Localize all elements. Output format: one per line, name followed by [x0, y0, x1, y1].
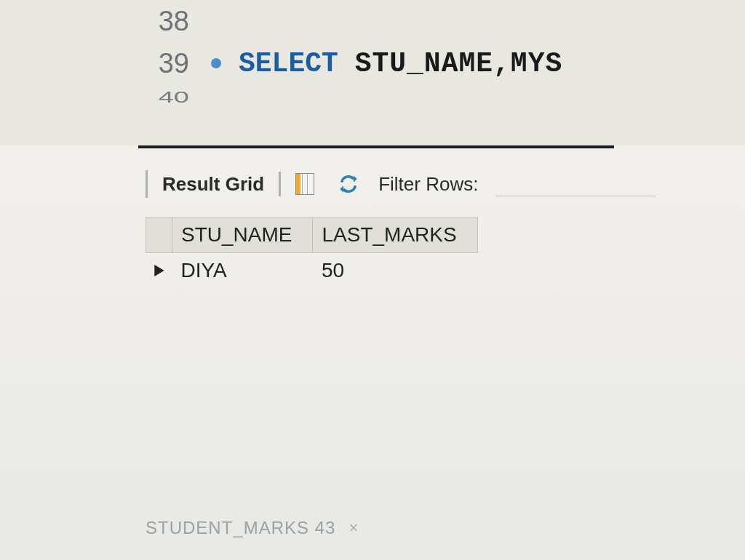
sql-editor[interactable]: 38 39 SELECT STU_NAME,MYS 40	[0, 0, 745, 145]
separator	[146, 170, 148, 198]
code-text: SELECT STU_NAME,MYS	[239, 48, 562, 79]
column-header-last-marks[interactable]: LAST_MARKS	[313, 217, 477, 253]
line-number: 40	[146, 88, 204, 107]
keyword-select: SELECT	[239, 48, 338, 79]
svg-marker-1	[340, 185, 343, 192]
svg-marker-0	[354, 175, 357, 182]
space	[338, 48, 355, 79]
result-grid-table[interactable]: STU_NAME LAST_MARKS DIYA 50	[146, 217, 478, 288]
separator	[279, 172, 281, 196]
code-line-38[interactable]: 38	[146, 0, 745, 42]
code-line-39[interactable]: 39 SELECT STU_NAME,MYS	[146, 42, 745, 84]
line-number: 38	[146, 6, 204, 37]
cell-last-marks[interactable]: 50	[313, 253, 477, 289]
table-header-row: STU_NAME LAST_MARKS	[146, 217, 478, 253]
tab-student-marks[interactable]: STUDENT_MARKS 43	[146, 518, 335, 538]
identifier: STU_NAME,MYS	[355, 48, 563, 79]
close-icon[interactable]: ×	[348, 519, 358, 537]
table-row[interactable]: DIYA 50	[146, 253, 478, 289]
result-grid-label: Result Grid	[162, 173, 264, 196]
refresh-icon[interactable]	[338, 174, 359, 194]
results-toolbar: Result Grid Filter Rows:	[0, 148, 745, 211]
current-row-indicator-icon	[146, 253, 172, 289]
line-number: 39	[146, 48, 204, 79]
svg-marker-2	[154, 265, 164, 276]
cell-stu-name[interactable]: DIYA	[172, 253, 313, 289]
column-header-stu-name[interactable]: STU_NAME	[172, 217, 313, 253]
code-line-40[interactable]: 40	[146, 84, 745, 110]
breakpoint-dot-icon[interactable]	[211, 58, 221, 68]
grid-view-icon[interactable]	[295, 173, 314, 195]
results-tab-bar: STUDENT_MARKS 43 ×	[146, 518, 358, 538]
corner-cell	[146, 217, 172, 253]
filter-rows-label: Filter Rows:	[378, 173, 478, 196]
filter-rows-input[interactable]	[495, 172, 656, 196]
